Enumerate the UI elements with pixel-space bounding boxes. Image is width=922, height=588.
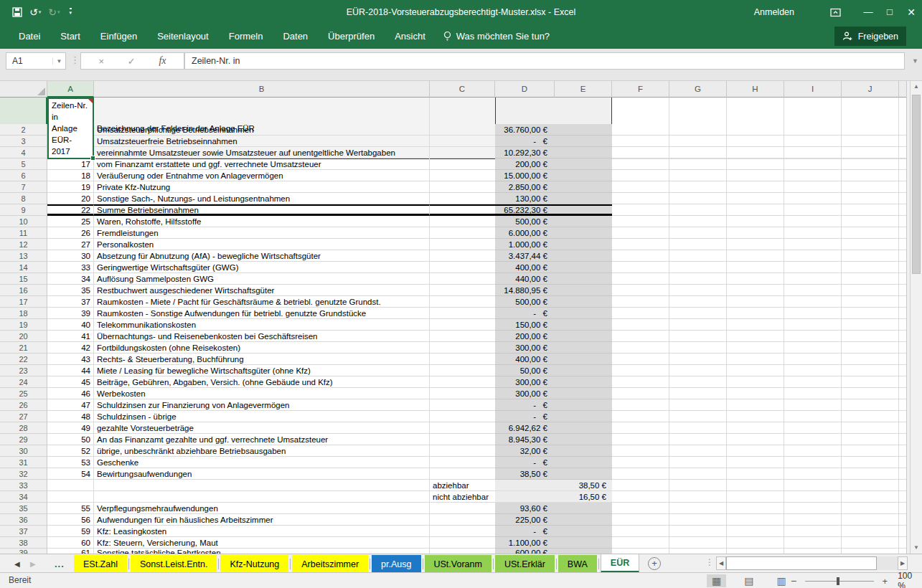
cell-F17[interactable] (612, 296, 669, 308)
row-header-12[interactable]: 12 (0, 239, 47, 250)
cell-E10[interactable] (555, 216, 612, 227)
cell-A26[interactable]: 47 (47, 399, 94, 411)
cell-G32[interactable] (669, 468, 727, 480)
sheet-nav-right-icon[interactable]: ▶ (30, 554, 36, 573)
cell-H34[interactable] (727, 491, 784, 503)
redo-dropdown-icon[interactable]: ▾ (57, 9, 60, 14)
cell-J24[interactable] (842, 376, 899, 388)
cell-A34[interactable] (47, 491, 94, 503)
cell-A12[interactable]: 27 (47, 239, 94, 250)
cell-H21[interactable] (727, 342, 784, 354)
cell-A7[interactable]: 19 (47, 181, 94, 193)
cell-H29[interactable] (727, 434, 784, 445)
cell-F6[interactable] (612, 170, 669, 181)
cell-A10[interactable]: 25 (47, 216, 94, 227)
cell-E2[interactable] (555, 124, 612, 136)
horizontal-scrollbar[interactable]: ◀ ▶ (716, 556, 908, 570)
redo-button[interactable]: ↻▾ (46, 6, 62, 19)
cell-D15[interactable]: 440,00 € (495, 273, 555, 285)
ribbon-display-options-icon[interactable] (824, 0, 846, 24)
page-layout-view-icon[interactable]: ▤ (739, 574, 758, 587)
zoom-level[interactable]: 100 % (898, 571, 922, 588)
cell-C27[interactable] (430, 411, 495, 422)
cell-C21[interactable] (430, 342, 495, 354)
cell-F24[interactable] (612, 376, 669, 388)
vertical-scrollbar-thumb[interactable] (912, 95, 921, 274)
cell-H12[interactable] (727, 239, 784, 250)
cell-B15[interactable]: Auflösung Sammelposten GWG (94, 273, 430, 285)
cell-F31[interactable] (612, 457, 669, 468)
cell-B3[interactable]: Umsatzsteuerfreie Betriebseinnahmen (94, 136, 430, 147)
cell-H25[interactable] (727, 388, 784, 399)
ribbon-tab-überprüfen[interactable]: Überprüfen (318, 24, 385, 49)
cell-F30[interactable] (612, 445, 669, 457)
cell-I14[interactable] (784, 262, 842, 273)
column-header-G[interactable]: G (669, 81, 727, 98)
zoom-slider[interactable] (805, 581, 873, 582)
cell-G4[interactable] (669, 147, 727, 158)
cell-A18[interactable]: 39 (47, 308, 94, 319)
cell-F18[interactable] (612, 308, 669, 319)
column-header-D[interactable]: D (495, 81, 555, 98)
cell-H17[interactable] (727, 296, 784, 308)
cell-A15[interactable]: 34 (47, 273, 94, 285)
row-header-34[interactable]: 34 (0, 491, 47, 503)
cell-H4[interactable] (727, 147, 784, 158)
cell-I4[interactable] (784, 147, 842, 158)
row-header-26[interactable]: 26 (0, 399, 47, 411)
cell-G19[interactable] (669, 319, 727, 331)
cell-C5[interactable] (430, 158, 495, 170)
cell-B8[interactable]: Sonstige Sach-, Nutzungs- und Leistungse… (94, 193, 430, 204)
sheet-tab-ust.erklär[interactable]: USt.Erklär (495, 555, 555, 573)
cell-C13[interactable] (430, 250, 495, 262)
cell-B6[interactable]: Veräußerung oder Entnahme von Anlageverm… (94, 170, 430, 181)
sheet-tab-pr.ausg[interactable]: pr.Ausg (372, 555, 420, 573)
cell-A14[interactable]: 33 (47, 262, 94, 273)
cell-F32[interactable] (612, 468, 669, 480)
expand-formula-bar-icon[interactable]: ▼ (912, 57, 918, 65)
cell-G25[interactable] (669, 388, 727, 399)
cell-D29[interactable]: 8.945,30 € (495, 434, 555, 445)
cell-E30[interactable] (555, 445, 612, 457)
cell-A24[interactable]: 45 (47, 376, 94, 388)
cell-F28[interactable] (612, 422, 669, 434)
cell-C31[interactable] (430, 457, 495, 468)
cell-C7[interactable] (430, 181, 495, 193)
cell-J2[interactable] (842, 124, 899, 136)
cell-J13[interactable] (842, 250, 899, 262)
cell-A37[interactable]: 59 (47, 526, 94, 537)
cell-C23[interactable] (430, 365, 495, 376)
cell-I37[interactable] (784, 526, 842, 537)
column-header-C[interactable]: C (430, 81, 495, 98)
cell-D10[interactable]: 500,00 € (495, 216, 555, 227)
cell-J22[interactable] (842, 354, 899, 365)
ribbon-tab-datei[interactable]: Datei (9, 24, 50, 49)
cell-G28[interactable] (669, 422, 727, 434)
cell-J31[interactable] (842, 457, 899, 468)
cell-F34[interactable] (612, 491, 669, 503)
cell-D3[interactable]: - € (495, 136, 555, 147)
cell-I31[interactable] (784, 457, 842, 468)
close-button[interactable]: ✕ (900, 0, 922, 24)
cell-A16[interactable]: 35 (47, 285, 94, 296)
cell-C25[interactable] (430, 388, 495, 399)
cell-F12[interactable] (612, 239, 669, 250)
cell-A8[interactable]: 20 (47, 193, 94, 204)
maximize-button[interactable]: □ (879, 0, 900, 24)
cell-I39[interactable] (784, 549, 842, 554)
cell-C15[interactable] (430, 273, 495, 285)
cell-J7[interactable] (842, 181, 899, 193)
zoom-in-icon[interactable]: + (878, 576, 893, 587)
cell-A13[interactable]: 30 (47, 250, 94, 262)
zoom-slider-handle[interactable] (837, 577, 839, 585)
cell-H7[interactable] (727, 181, 784, 193)
zoom-out-icon[interactable]: − (786, 575, 801, 587)
row-header-13[interactable]: 13 (0, 250, 47, 262)
row-header-10[interactable]: 10 (0, 216, 47, 227)
cell-A35[interactable]: 55 (47, 503, 94, 514)
cell-J4[interactable] (842, 147, 899, 158)
cell-J5[interactable] (842, 158, 899, 170)
cell-C32[interactable] (430, 468, 495, 480)
cell-G23[interactable] (669, 365, 727, 376)
cell-J12[interactable] (842, 239, 899, 250)
